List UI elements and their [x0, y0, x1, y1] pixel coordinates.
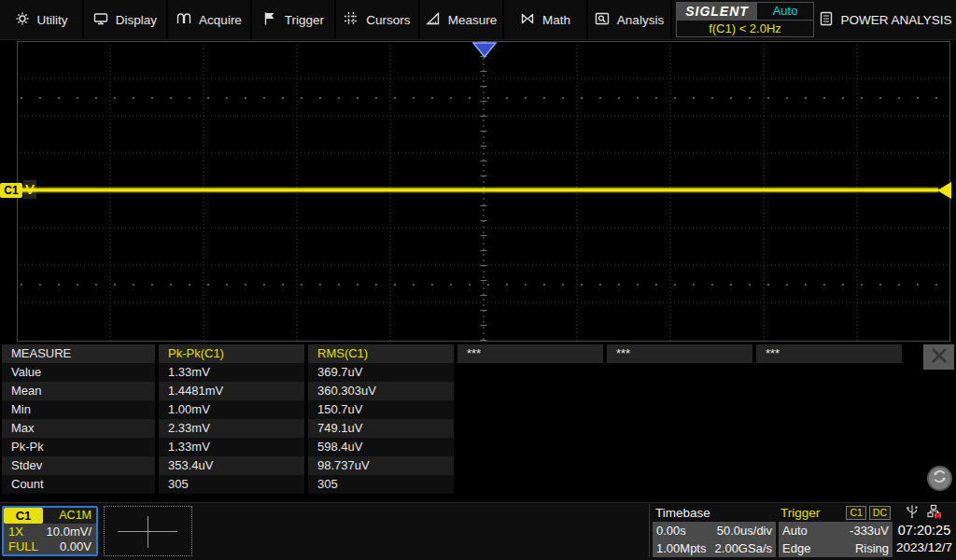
menu-cursors[interactable]: Cursors: [336, 0, 420, 39]
gesture-recall-button[interactable]: [927, 466, 952, 491]
trigger-coupling-badge: DC: [869, 506, 891, 520]
trigger-level: -333uV: [850, 522, 889, 539]
trigger-title: Trigger: [780, 504, 820, 522]
channel1-coupling: AC1M: [43, 508, 96, 524]
power-analysis-label: POWER ANALYSIS: [840, 13, 951, 27]
channel1-scale: 10.0mV/: [47, 525, 91, 539]
row-label: Count: [2, 475, 155, 494]
row-label: Pk-Pk: [2, 438, 155, 456]
row-cell: 369.7uV: [308, 363, 454, 382]
row-label: Stdev: [2, 456, 155, 475]
timebase-scale: 50.0us/div: [717, 522, 772, 539]
display-icon: [93, 11, 108, 29]
measurement-header-row: MEASURE Pk-Pk(C1) RMS(C1) *** *** ***: [2, 344, 956, 363]
oscilloscope-screen: Utility Display Acquire Trigger Cursors …: [0, 0, 956, 560]
trigger-source-badge: C1: [846, 506, 865, 520]
measure-col-pkpk[interactable]: Pk-Pk(C1): [159, 344, 304, 363]
timebase-delay: 0.00s: [656, 522, 686, 539]
trigger-level-marker[interactable]: [937, 182, 951, 199]
menu-utility-label: Utility: [37, 13, 68, 27]
trigger-position-marker[interactable]: [472, 42, 497, 58]
channel1-name: C1: [4, 508, 43, 524]
trigger-type: Edge: [782, 539, 810, 557]
row-cell: 353.4uV: [159, 456, 304, 475]
menu-cursors-label: Cursors: [366, 13, 410, 27]
menu-display[interactable]: Display: [84, 0, 168, 39]
row-cell: 150.7uV: [308, 400, 454, 419]
row-label: Min: [2, 400, 155, 419]
acquisition-status[interactable]: Auto: [757, 3, 813, 20]
clock-box: 07:20:25 2023/12/7: [894, 504, 954, 556]
menu-math-label: Math: [542, 13, 570, 27]
top-menu-bar: Utility Display Acquire Trigger Cursors …: [0, 0, 956, 40]
measurement-table: MEASURE Pk-Pk(C1) RMS(C1) *** *** *** Va…: [2, 344, 956, 494]
refresh-icon: [932, 469, 948, 488]
table-row-stdev: Stdev 353.4uV 98.737uV: [2, 456, 956, 475]
clock-date: 2023/12/7: [894, 539, 954, 556]
menu-analysis-label: Analysis: [617, 13, 664, 27]
menu-power-analysis[interactable]: POWER ANALYSIS: [816, 0, 956, 39]
menu-display-label: Display: [116, 13, 157, 27]
menu-trigger[interactable]: Trigger: [252, 0, 336, 39]
measure-col-empty-3[interactable]: ***: [756, 344, 902, 363]
close-measure-button[interactable]: [923, 344, 954, 370]
row-cell: 1.33mV: [159, 438, 304, 456]
table-row-mean: Mean 1.4481mV 360.303uV: [2, 382, 956, 400]
row-cell: 305: [159, 475, 304, 494]
cursors-icon: [344, 11, 358, 29]
row-cell: 98.737uV: [308, 456, 454, 475]
measure-title: MEASURE: [2, 344, 155, 363]
frequency-counter: f(C1) < 2.0Hz: [677, 21, 813, 37]
row-cell: 1.33mV: [159, 363, 304, 382]
waveform-display: C1 V: [0, 40, 956, 343]
table-row-value: Value 1.33mV 369.7uV: [2, 363, 956, 382]
close-icon: [930, 347, 949, 368]
menu-measure[interactable]: Measure: [420, 0, 504, 39]
math-icon: [520, 11, 535, 29]
row-cell: 749.1uV: [308, 419, 454, 438]
menu-measure-label: Measure: [448, 13, 498, 27]
lan-disconnected-icon: [927, 504, 942, 522]
menu-acquire[interactable]: Acquire: [168, 0, 252, 39]
timebase-box[interactable]: Timebase 0.00s 50.0us/div 1.00Mpts 2.00G…: [649, 504, 776, 557]
menu-trigger-label: Trigger: [285, 13, 324, 27]
clock-time: 07:20:25: [894, 521, 954, 539]
table-row-min: Min 1.00mV 150.7uV: [2, 400, 956, 419]
timebase-sample-rate: 2.00GSa/s: [715, 539, 772, 557]
row-label: Max: [2, 419, 155, 438]
channel1-bandwidth: FULL: [8, 539, 38, 553]
measure-ruler-icon: [426, 11, 441, 29]
channel1-descriptor-box[interactable]: C1 AC1M 1X 10.0mV/ FULL 0.00V: [2, 506, 98, 556]
channel1-offset: 0.00V: [60, 539, 91, 553]
add-channel-box[interactable]: [104, 506, 192, 556]
timebase-title: Timebase: [653, 504, 776, 522]
row-cell: 360.303uV: [308, 382, 454, 400]
menu-utility[interactable]: Utility: [0, 0, 84, 39]
timebase-points: 1.00Mpts: [656, 539, 706, 557]
siglent-logo: SIGLENT: [677, 3, 757, 20]
row-label: Value: [2, 363, 155, 382]
document-icon: [820, 11, 833, 29]
channel1-trace: [18, 188, 938, 192]
bottom-status-bar: C1 AC1M 1X 10.0mV/ FULL 0.00V Timebase 0…: [0, 502, 956, 560]
row-cell: 1.00mV: [159, 400, 304, 419]
measure-col-empty-1[interactable]: ***: [457, 344, 603, 363]
trigger-box[interactable]: Trigger C1 DC Auto -333uV Edge Rising: [779, 504, 893, 557]
trigger-mode: Auto: [782, 522, 808, 539]
gear-icon: [15, 11, 30, 29]
table-row-max: Max 2.33mV 749.1uV: [2, 419, 956, 438]
status-logo-box: SIGLENT Auto f(C1) < 2.0Hz: [676, 2, 814, 37]
menu-analysis[interactable]: Analysis: [588, 0, 672, 39]
measure-col-empty-2[interactable]: ***: [607, 344, 752, 363]
row-cell: 2.33mV: [159, 419, 304, 438]
channel1-probe: 1X: [8, 525, 23, 539]
analysis-icon: [595, 11, 610, 29]
measure-col-rms[interactable]: RMS(C1): [308, 344, 454, 363]
table-row-count: Count 305 305: [2, 475, 956, 494]
acquire-icon: [176, 11, 191, 29]
row-label: Mean: [2, 382, 155, 400]
menu-math[interactable]: Math: [504, 0, 588, 39]
trigger-slope: Rising: [855, 539, 889, 557]
row-cell: 1.4481mV: [159, 382, 304, 400]
usb-icon: [907, 504, 918, 522]
